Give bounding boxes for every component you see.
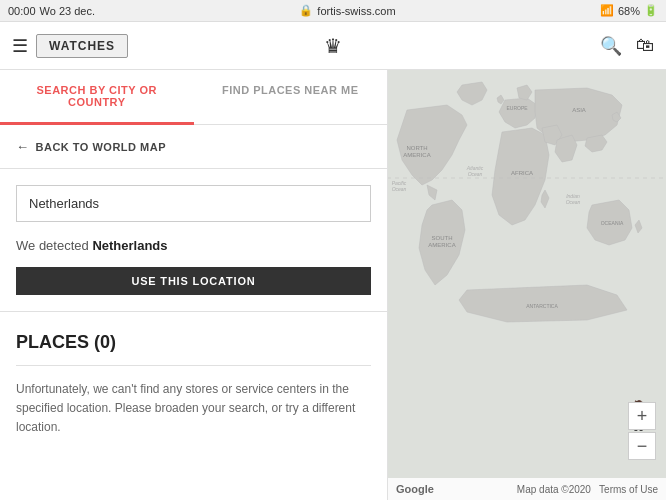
back-arrow-icon: ← xyxy=(16,139,30,154)
navbar-center: ♛ xyxy=(324,34,342,58)
zoom-out-button[interactable]: − xyxy=(628,432,656,460)
places-title: PLACES (0) xyxy=(16,332,371,353)
map-copyright: Map data ©2020 xyxy=(517,484,591,495)
tab-find-near-me[interactable]: FIND PLACES NEAR ME xyxy=(194,70,388,125)
app-container: ☰ WATCHES ♛ 🔍 🛍 SEARCH BY CITY OR COUNTR… xyxy=(0,22,666,500)
use-location-button[interactable]: USE THIS LOCATION xyxy=(16,267,371,295)
map-footer: Google Map data ©2020 Terms of Use xyxy=(388,478,666,500)
map-controls: + − xyxy=(628,402,656,460)
svg-text:OCEANIA: OCEANIA xyxy=(601,220,624,226)
content-area: SEARCH BY CITY OR COUNTRY FIND PLACES NE… xyxy=(0,70,666,500)
lock-icon: 🔒 xyxy=(299,4,313,17)
watches-button[interactable]: WATCHES xyxy=(36,34,128,58)
status-left: 00:00 Wo 23 dec. xyxy=(8,5,95,17)
search-area xyxy=(0,169,387,238)
back-link-label: BACK TO WORLD MAP xyxy=(36,141,167,153)
svg-text:SOUTH: SOUTH xyxy=(432,235,453,241)
shopping-bag-icon[interactable]: 🛍 xyxy=(636,35,654,56)
left-panel: SEARCH BY CITY OR COUNTRY FIND PLACES NE… xyxy=(0,70,388,500)
terms-of-use[interactable]: Terms of Use xyxy=(599,484,658,495)
hamburger-icon[interactable]: ☰ xyxy=(12,35,28,57)
wifi-icon: 📶 xyxy=(600,4,614,17)
places-section: PLACES (0) Unfortunately, we can't find … xyxy=(0,311,387,450)
time: 00:00 xyxy=(8,5,36,17)
tab-search-by-city[interactable]: SEARCH BY CITY OR COUNTRY xyxy=(0,70,194,125)
map-panel: NORTH AMERICA SOUTH AMERICA EUROPE AFRIC… xyxy=(388,70,666,500)
search-icon[interactable]: 🔍 xyxy=(600,35,622,57)
status-center: 🔒 fortis-swiss.com xyxy=(299,4,395,17)
places-divider xyxy=(16,365,371,366)
svg-text:ANTARCTICA: ANTARCTICA xyxy=(526,303,558,309)
brand-logo: ♛ xyxy=(324,35,342,57)
detected-country: Netherlands xyxy=(92,238,167,253)
svg-text:AMERICA: AMERICA xyxy=(428,242,455,248)
navbar-right: 🔍 🛍 xyxy=(600,35,654,57)
navbar: ☰ WATCHES ♛ 🔍 🛍 xyxy=(0,22,666,70)
svg-text:Ocean: Ocean xyxy=(566,199,581,205)
svg-text:EUROPE: EUROPE xyxy=(506,105,528,111)
svg-text:NORTH: NORTH xyxy=(406,145,427,151)
status-right: 📶 68% 🔋 xyxy=(600,4,658,17)
svg-text:AMERICA: AMERICA xyxy=(403,152,430,158)
google-logo: Google xyxy=(396,483,434,495)
back-to-world-map[interactable]: ← BACK TO WORLD MAP xyxy=(0,125,387,169)
day-date: Wo 23 dec. xyxy=(40,5,95,17)
battery-icon: 🔋 xyxy=(644,4,658,17)
zoom-in-button[interactable]: + xyxy=(628,402,656,430)
detected-prefix: We detected xyxy=(16,238,92,253)
navbar-left: ☰ WATCHES xyxy=(12,34,128,58)
map-container[interactable]: NORTH AMERICA SOUTH AMERICA EUROPE AFRIC… xyxy=(388,70,666,500)
svg-text:Ocean: Ocean xyxy=(468,171,483,177)
svg-text:ASIA: ASIA xyxy=(572,107,586,113)
map-attribution: Map data ©2020 Terms of Use xyxy=(517,484,658,495)
svg-text:Ocean: Ocean xyxy=(392,186,407,192)
status-bar: 00:00 Wo 23 dec. 🔒 fortis-swiss.com 📶 68… xyxy=(0,0,666,22)
svg-text:AFRICA: AFRICA xyxy=(511,170,533,176)
world-map-svg: NORTH AMERICA SOUTH AMERICA EUROPE AFRIC… xyxy=(388,70,666,500)
site-url: fortis-swiss.com xyxy=(317,5,395,17)
detected-location-text: We detected Netherlands xyxy=(0,238,387,263)
tabs: SEARCH BY CITY OR COUNTRY FIND PLACES NE… xyxy=(0,70,387,125)
battery-level: 68% xyxy=(618,5,640,17)
search-input[interactable] xyxy=(16,185,371,222)
places-message: Unfortunately, we can't find any stores … xyxy=(16,380,371,438)
